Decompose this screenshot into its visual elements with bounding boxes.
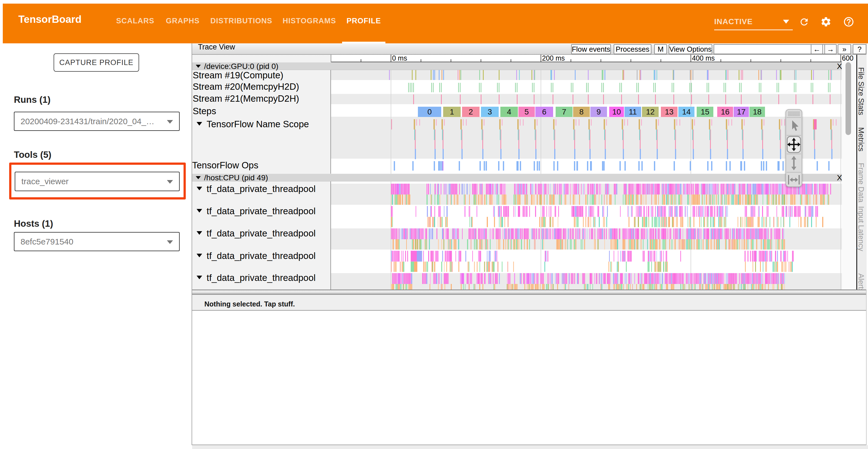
svg-text:2: 2 xyxy=(469,108,473,116)
svg-text:1: 1 xyxy=(450,108,454,116)
svg-text:8: 8 xyxy=(579,108,584,116)
svg-text:400 ms: 400 ms xyxy=(692,54,715,62)
svg-text:15: 15 xyxy=(701,108,709,116)
svg-text:18: 18 xyxy=(753,108,762,116)
svg-text:9: 9 xyxy=(596,108,601,116)
svg-text:16: 16 xyxy=(721,108,730,116)
svg-text:11: 11 xyxy=(629,108,637,116)
svg-text:10: 10 xyxy=(612,108,621,116)
svg-text:0: 0 xyxy=(427,108,432,116)
svg-text:3: 3 xyxy=(488,108,492,116)
svg-text:12: 12 xyxy=(646,108,654,116)
svg-text:200 ms: 200 ms xyxy=(542,54,565,62)
svg-text:13: 13 xyxy=(665,108,673,116)
svg-text:4: 4 xyxy=(507,108,512,116)
svg-text:0 ms: 0 ms xyxy=(392,54,407,62)
svg-text:7: 7 xyxy=(562,108,566,116)
svg-text:600: 600 xyxy=(842,54,854,62)
svg-text:17: 17 xyxy=(737,108,746,116)
svg-text:6: 6 xyxy=(542,108,547,116)
svg-text:14: 14 xyxy=(682,108,690,116)
svg-text:5: 5 xyxy=(525,108,529,116)
